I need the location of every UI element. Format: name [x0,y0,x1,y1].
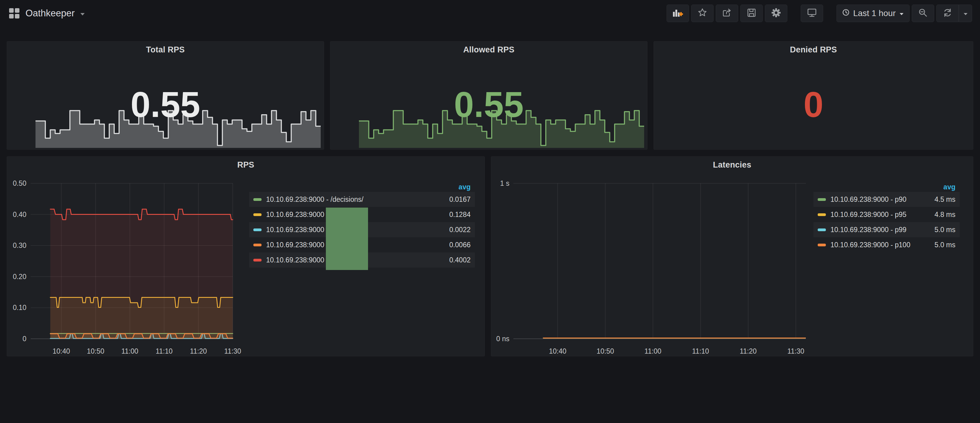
y-tick-label: 0 [22,335,26,343]
series-color-swatch[interactable] [253,259,261,261]
chevron-down-icon [963,13,968,16]
panel-denied-rps: Denied RPS 0 [654,41,973,150]
add-panel-button[interactable] [667,5,689,22]
dashboard-grid-icon[interactable] [8,8,20,19]
legend-avg-header[interactable]: avg [813,182,960,192]
share-icon [722,8,732,19]
y-tick-label: 1 s [500,179,509,187]
y-tick-label: 0.10 [13,304,26,312]
x-tick-label: 10:50 [87,347,104,355]
chevron-down-icon [899,13,904,16]
navbar-toolbar: Last 1 hour [667,5,972,22]
legend-rows: 10.10.69.238:9000 - p904.5 ms10.10.69.23… [813,192,960,252]
series-color-swatch[interactable] [253,213,261,216]
series-avg-value: 0.1284 [443,211,471,219]
refresh-button[interactable] [936,5,959,22]
clock-icon [842,8,850,18]
latencies-legend: avg 10.10.69.238:9000 - p904.5 ms10.10.6… [813,182,960,252]
y-tick-label: 0.40 [13,211,26,219]
series-color-swatch[interactable] [818,228,826,231]
add-panel-icon [673,8,683,19]
time-range-picker[interactable]: Last 1 hour [837,5,910,22]
save-icon [747,8,756,19]
series-avg-value: 0.0066 [443,241,471,249]
panel-latencies-graph: Latencies 0 ns1 s10:4010:5011:0011:1011:… [491,156,973,356]
y-tick-label: 0.20 [13,273,26,280]
stat-value-denied-rps: 0 [654,77,973,132]
series-label[interactable]: 10.10.69.238:9000 - p99 [830,226,928,234]
series-color-swatch[interactable] [818,244,826,246]
y-tick-label: 0 ns [496,335,509,343]
panel-allowed-rps: Allowed RPS 0.55 [330,41,648,150]
y-tick-label: 0.50 [13,179,26,187]
refresh-interval-dropdown[interactable] [959,5,972,22]
navbar: Oathkeeper [0,0,980,27]
panel-rps-graph: RPS 00.100.200.300.400.5010:4010:5011:00… [7,156,485,356]
panel-title[interactable]: Total RPS [7,45,324,55]
series-avg-value: 5.0 ms [928,241,955,249]
legend-overlay-box [326,208,368,270]
series-label[interactable]: 10.10.69.238:9000 - p90 [830,195,928,204]
stat-value-allowed-rps: 0.55 [331,77,647,132]
series-avg-value: 0.0167 [443,195,471,204]
share-button[interactable] [716,5,738,22]
y-tick-label: 0.30 [13,241,26,249]
panel-total-rps: Total RPS 0.55 [7,41,324,150]
series-label[interactable]: 10.10.69.238:9000 - /decisions/ [266,195,443,204]
legend-item[interactable]: 10.10.69.238:9000 - p954.8 ms [813,207,960,222]
x-tick-label: 11:00 [121,347,138,355]
gear-icon [771,8,781,19]
legend-item[interactable]: 10.10.69.238:9000 - p904.5 ms [813,192,960,207]
x-tick-label: 11:00 [644,347,662,355]
star-icon [698,8,707,19]
legend-item[interactable]: 10.10.69.238:9000 - p995.0 ms [813,222,960,237]
monitor-icon [807,8,817,19]
x-tick-label: 10:50 [597,347,614,355]
zoom-out-button[interactable] [912,5,934,22]
legend-item[interactable]: 10.10.69.238:9000 - p1005.0 ms [813,237,960,252]
series-color-swatch[interactable] [818,213,826,216]
time-range-label: Last 1 hour [853,8,896,18]
x-tick-label: 10:40 [549,347,566,355]
x-tick-label: 11:10 [156,347,173,355]
panel-title[interactable]: RPS [7,160,485,170]
series-label[interactable]: 10.10.69.238:9000 - p100 [830,241,928,249]
x-tick-label: 11:30 [788,347,804,355]
legend-item[interactable]: 10.10.69.238:9000 - /decisions/0.0167 [249,192,475,207]
panel-title[interactable]: Allowed RPS [331,45,647,55]
dashboard-title[interactable]: Oathkeeper [25,8,75,19]
series-color-swatch[interactable] [253,198,261,201]
grafana-dashboard: Oathkeeper [0,0,980,423]
panel-title[interactable]: Denied RPS [654,45,973,55]
x-tick-label: 10:40 [52,347,70,355]
refresh-icon [943,8,952,19]
x-tick-label: 11:20 [190,347,207,355]
cycle-view-mode-button[interactable] [801,5,823,22]
series-color-swatch[interactable] [818,198,826,201]
star-button[interactable] [691,5,714,22]
x-tick-label: 11:10 [692,347,709,355]
series-avg-value: 4.5 ms [928,195,955,204]
zoom-out-icon [918,8,928,19]
legend-avg-header[interactable]: avg [249,182,475,192]
series-avg-value: 5.0 ms [928,226,955,234]
series-color-swatch[interactable] [253,228,261,231]
navbar-left: Oathkeeper [8,0,85,27]
series-avg-value: 0.4002 [443,256,471,264]
x-tick-label: 11:30 [224,347,241,355]
panel-title[interactable]: Latencies [491,160,973,170]
stat-value-total-rps: 0.55 [7,77,324,132]
save-button[interactable] [740,5,763,22]
series-avg-value: 4.8 ms [928,211,955,219]
series-label[interactable]: 10.10.69.238:9000 - p95 [830,211,928,219]
x-tick-label: 11:20 [740,347,757,355]
chevron-down-icon[interactable] [80,13,85,16]
series-color-swatch[interactable] [253,244,261,246]
series-avg-value: 0.0022 [443,226,471,234]
settings-button[interactable] [765,5,788,22]
